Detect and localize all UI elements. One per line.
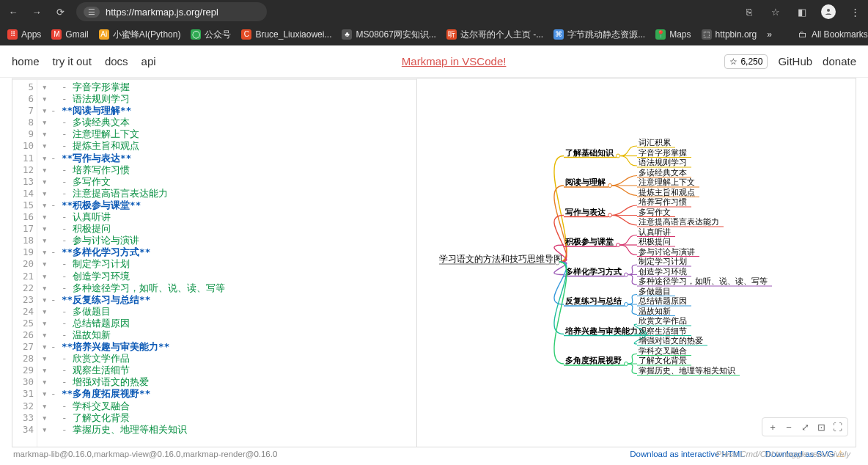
mindmap-leaf[interactable]: 欣赏文学作品: [639, 316, 687, 325]
nav-api[interactable]: api: [141, 55, 156, 67]
mindmap-pane[interactable]: 学习语文的方法和技巧思维导图了解基础知识词汇积累字音字形掌握语法规则学习阅读与理…: [417, 78, 856, 447]
code-line[interactable]: ▾- **积极参与课堂**: [42, 199, 412, 211]
mindmap-leaf[interactable]: 培养写作习惯: [638, 197, 687, 206]
editor-pane[interactable]: 5678910111213141516171819202122232425262…: [12, 78, 417, 447]
mindmap-branch[interactable]: 反复练习与总结: [564, 296, 622, 305]
code-line[interactable]: ▾- **反复练习与总结**: [42, 294, 412, 306]
nav-docs[interactable]: docs: [105, 55, 128, 67]
code-line[interactable]: ▾ - 积极提问: [42, 223, 412, 235]
mindmap-leaf[interactable]: 多写作文: [639, 208, 671, 216]
code-line[interactable]: ▾ - 欣赏文学作品: [42, 353, 412, 365]
all-bookmarks[interactable]: 🗀All Bookmarks: [798, 29, 868, 40]
code-line[interactable]: ▾ - 多写作文: [42, 176, 412, 188]
bookmark-item[interactable]: MGmail: [51, 29, 88, 40]
nav-home[interactable]: home: [12, 55, 40, 67]
mindmap-leaf[interactable]: 观察生活细节: [639, 326, 687, 335]
code-line[interactable]: ▾ - 制定学习计划: [42, 258, 412, 270]
code-line[interactable]: ▾- **写作与表达**: [42, 153, 412, 164]
code-line[interactable]: ▾ - 温故知新: [42, 329, 412, 341]
code-line[interactable]: ▾ - 多读经典文本: [42, 117, 412, 128]
nav-try[interactable]: try it out: [53, 55, 92, 67]
code-line[interactable]: ▾ - 观察生活细节: [42, 365, 412, 376]
code-line[interactable]: ▾ - 注意理解上下文: [42, 128, 412, 140]
bookmark-item[interactable]: 听达尔哥的个人主页 -...: [446, 29, 543, 41]
fit-button[interactable]: ⤢: [798, 420, 812, 433]
mindmap-leaf[interactable]: 注意理解上下文: [639, 177, 695, 186]
mindmap-leaf[interactable]: 多做题目: [639, 287, 671, 296]
mindmap-branch[interactable]: 写作与表达: [565, 208, 606, 216]
sidepanel-icon[interactable]: ◧: [795, 4, 809, 19]
bookmark-item[interactable]: ♣MS08067网安知识...: [342, 29, 435, 41]
code-line[interactable]: ▾- **培养兴趣与审美能力**: [42, 341, 412, 353]
bookmark-item[interactable]: ⌘字节跳动静态资源...: [553, 29, 645, 41]
code-line[interactable]: ▾ - 语法规则学习: [42, 93, 412, 105]
bookmark-overflow[interactable]: »: [767, 29, 772, 40]
vscode-link[interactable]: Markmap in VSCode!: [402, 55, 507, 67]
code-line[interactable]: ▾ - 提炼主旨和观点: [42, 140, 412, 152]
mindmap-leaf[interactable]: 注意提高语言表达能力: [639, 217, 719, 226]
zoom-out-button[interactable]: −: [782, 420, 795, 433]
nav-github[interactable]: GitHub: [778, 55, 812, 67]
code-line[interactable]: ▾ - 多种途径学习，如听、说、读、写等: [42, 282, 412, 294]
bookmark-star-icon[interactable]: ☆: [768, 4, 783, 19]
code-line[interactable]: ▾ - 培养写作习惯: [42, 164, 412, 176]
site-info-icon[interactable]: ☰: [84, 7, 100, 18]
code-line[interactable]: ▾ - 总结错题原因: [42, 318, 412, 329]
reload-button[interactable]: ⟳: [53, 4, 67, 19]
mindmap-branch[interactable]: 多角度拓展视野: [565, 356, 622, 365]
code-line[interactable]: ▾- **多角度拓展视野**: [42, 388, 412, 400]
mindmap-leaf[interactable]: 总结错题原因: [638, 296, 687, 305]
code-line[interactable]: ▾ - 多做题目: [42, 306, 412, 318]
menu-icon[interactable]: ⋮: [847, 4, 862, 19]
bookmark-item[interactable]: ⬚httpbin.org: [702, 29, 757, 40]
nav-donate[interactable]: donate: [823, 55, 856, 67]
code-line[interactable]: ▾ - 学科交叉融合: [42, 400, 412, 412]
url-input[interactable]: [106, 7, 260, 18]
mindmap-branch[interactable]: 阅读与理解: [565, 177, 606, 186]
mindmap-branch[interactable]: 多样化学习方式: [565, 267, 622, 276]
install-app-icon[interactable]: ⎘: [742, 4, 757, 19]
code-line[interactable]: ▾ - 了解文化背景: [42, 412, 412, 424]
code-line[interactable]: ▾- **多样化学习方式**: [42, 246, 412, 258]
bookmark-item[interactable]: 📍Maps: [655, 29, 691, 40]
code-line[interactable]: ▾ - 注意提高语言表达能力: [42, 188, 412, 199]
mindmap-leaf[interactable]: 学科交叉融合: [639, 346, 687, 355]
mindmap-leaf[interactable]: 多种途径学习，如听、说、读、写等: [639, 277, 768, 285]
back-button[interactable]: ←: [6, 4, 21, 19]
mindmap-leaf[interactable]: 词汇积累: [639, 138, 671, 147]
forward-button[interactable]: →: [29, 4, 44, 19]
zoom-in-button[interactable]: +: [766, 420, 779, 433]
mindmap-leaf[interactable]: 积极提问: [639, 237, 671, 246]
code-content[interactable]: ▾ - 字音字形掌握▾ - 语法规则学习▾- **阅读与理解**▾ - 多读经典…: [37, 80, 416, 447]
mindmap-branch[interactable]: 了解基础知识: [565, 148, 614, 157]
mindmap-leaf[interactable]: 提炼主旨和观点: [639, 188, 695, 197]
mindmap-leaf[interactable]: 增强对语文的热爱: [638, 336, 703, 345]
bookmark-item[interactable]: ◯公众号: [191, 29, 231, 41]
code-line[interactable]: ▾ - 认真听讲: [42, 211, 412, 223]
mindmap-leaf[interactable]: 语法规则学习: [639, 158, 687, 166]
mindmap-leaf[interactable]: 字音字形掌握: [639, 148, 687, 157]
mindmap-leaf[interactable]: 掌握历史、地理等相关知识: [639, 366, 735, 375]
code-line[interactable]: ▾ - 掌握历史、地理等相关知识: [42, 424, 412, 436]
mindmap-leaf[interactable]: 了解文化背景: [639, 356, 687, 365]
fullscreen-button[interactable]: ⛶: [831, 420, 844, 433]
bookmark-item[interactable]: ⠿Apps: [7, 29, 41, 40]
code-line[interactable]: ▾ - 字音字形掌握: [42, 81, 412, 93]
mindmap-root[interactable]: 学习语文的方法和技巧思维导图: [439, 254, 562, 264]
code-line[interactable]: ▾ - 创造学习环境: [42, 271, 412, 282]
address-bar[interactable]: ☰: [76, 2, 267, 21]
github-star-count[interactable]: ☆ 6,250: [724, 54, 768, 69]
bookmark-item[interactable]: Ai小蜜蜂AI(Python): [99, 29, 181, 41]
mindmap-branch[interactable]: 积极参与课堂: [564, 237, 614, 246]
code-line[interactable]: ▾ - 参与讨论与演讲: [42, 235, 412, 246]
mindmap-leaf[interactable]: 温故知新: [639, 307, 671, 315]
code-line[interactable]: ▾- **阅读与理解**: [42, 105, 412, 117]
mindmap-leaf[interactable]: 制定学习计划: [639, 257, 687, 266]
mindmap-leaf[interactable]: 认真听讲: [639, 227, 671, 236]
mindmap-leaf[interactable]: 创造学习环境: [639, 267, 687, 276]
mindmap-branch[interactable]: 培养兴趣与审美能力: [564, 326, 638, 336]
code-line[interactable]: ▾ - 增强对语文的热爱: [42, 376, 412, 388]
recurse-button[interactable]: ⊡: [814, 420, 828, 433]
bookmark-item[interactable]: CBruce_Liuxiaowei...: [241, 29, 331, 40]
mindmap-leaf[interactable]: 参与讨论与演讲: [639, 247, 695, 256]
